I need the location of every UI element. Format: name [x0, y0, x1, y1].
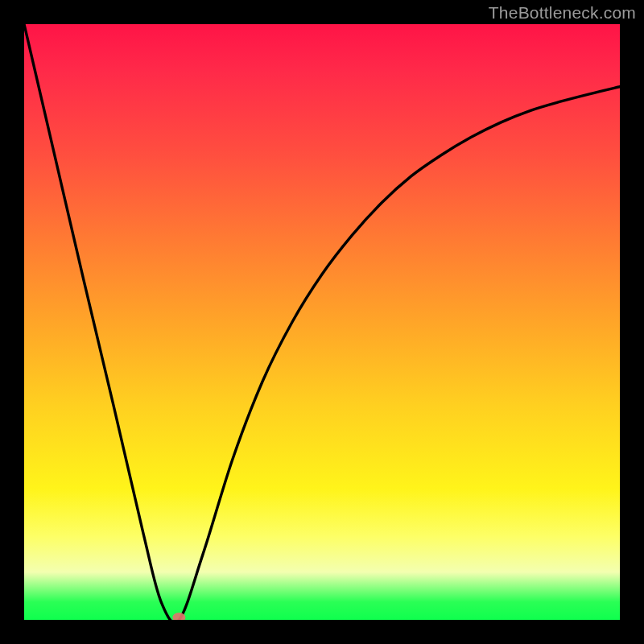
curve-svg — [24, 24, 620, 620]
bottleneck-curve — [24, 24, 620, 620]
watermark-text: TheBottleneck.com — [489, 3, 636, 23]
chart-frame: TheBottleneck.com — [0, 0, 644, 644]
plot-area — [24, 24, 620, 620]
